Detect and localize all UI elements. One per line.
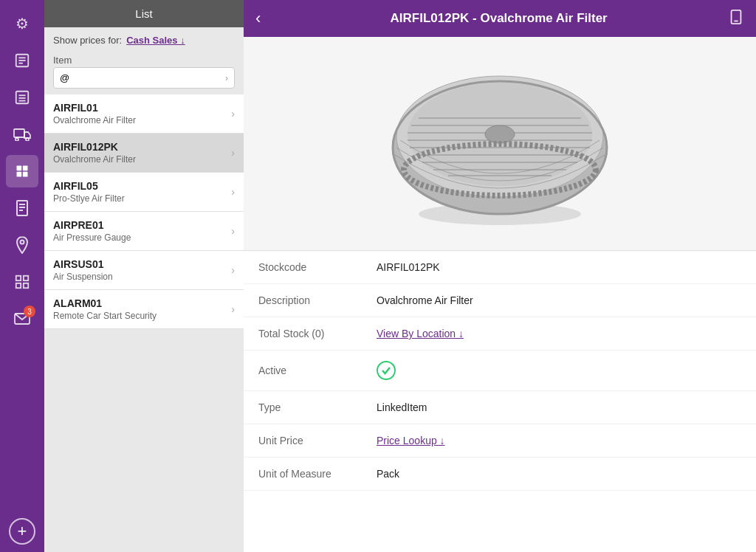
field-row: Active xyxy=(244,351,756,391)
list-item-code: AIRSUS01 xyxy=(53,258,231,270)
active-check-icon xyxy=(377,361,396,380)
list-item-name: Remote Car Start Security xyxy=(53,311,231,321)
truck-icon[interactable] xyxy=(6,118,38,151)
filter-input[interactable] xyxy=(54,68,219,88)
svg-rect-12 xyxy=(23,166,28,171)
field-value-link[interactable]: View By Location ↓ xyxy=(377,328,464,339)
field-value-link[interactable]: Price Lookup ↓ xyxy=(377,435,445,446)
svg-point-9 xyxy=(16,138,18,141)
show-prices-label: Show prices for: xyxy=(53,35,122,46)
svg-rect-13 xyxy=(17,172,22,177)
list-panel: List Show prices for: Cash Sales ↓ Item … xyxy=(44,0,244,552)
back-button[interactable]: ‹ xyxy=(255,9,261,28)
list-item-chevron-icon: › xyxy=(231,303,235,315)
checklist-icon[interactable] xyxy=(6,44,38,77)
list-item-info: AIRFIL01 Ovalchrome Air Filter xyxy=(53,102,231,125)
svg-rect-22 xyxy=(16,283,21,288)
svg-rect-8 xyxy=(14,129,24,137)
svg-point-19 xyxy=(21,241,24,244)
list-item[interactable]: AIRFIL05 Pro-Stlye Air Filter › xyxy=(44,173,244,212)
list-item[interactable]: AIRFIL01 Ovalchrome Air Filter › xyxy=(44,94,244,134)
list-filters: Show prices for: Cash Sales ↓ Item › xyxy=(44,27,244,94)
detail-panel: ‹ AIRFIL012PK - Ovalchrome Air Filter xyxy=(244,0,756,552)
list-item-chevron-icon: › xyxy=(231,147,235,159)
field-value: LinkedItem xyxy=(377,401,427,413)
location-icon[interactable] xyxy=(6,229,38,261)
show-prices-row: Show prices for: Cash Sales ↓ xyxy=(53,35,235,52)
svg-rect-21 xyxy=(24,276,28,280)
list-item-name: Ovalchrome Air Filter xyxy=(53,115,231,125)
svg-rect-14 xyxy=(23,172,28,177)
field-value: AIRFIL012PK xyxy=(377,261,440,273)
list-item-code: AIRFIL05 xyxy=(53,180,231,192)
detail-title: AIRFIL012PK - Ovalchrome Air Filter xyxy=(269,11,728,26)
mail-badge: 3 xyxy=(24,306,35,317)
inventory-icon[interactable] xyxy=(6,155,38,187)
device-icon[interactable] xyxy=(728,9,744,29)
filter-chevron-icon: › xyxy=(219,73,234,83)
list-item-chevron-icon: › xyxy=(231,108,235,120)
field-label: Unit of Measure xyxy=(258,468,377,480)
list-item-name: Pro-Stlye Air Filter xyxy=(53,193,231,204)
svg-rect-20 xyxy=(16,276,21,280)
report-icon[interactable] xyxy=(6,81,38,114)
list-item-chevron-icon: › xyxy=(231,186,235,198)
grid-chart-icon[interactable] xyxy=(6,266,38,298)
product-image-area xyxy=(244,37,756,251)
list-item-chevron-icon: › xyxy=(231,225,235,237)
list-item[interactable]: ALARM01 Remote Car Start Security › xyxy=(44,290,244,329)
add-button[interactable]: + xyxy=(9,518,35,545)
list-item-name: Air Suspension xyxy=(53,272,231,282)
svg-rect-11 xyxy=(17,166,22,171)
list-item-info: AIRSUS01 Air Suspension xyxy=(53,258,231,282)
field-label: Active xyxy=(258,365,377,376)
list-item-info: AIRFIL012PK Ovalchrome Air Filter xyxy=(53,141,231,165)
list-item-name: Ovalchrome Air Filter xyxy=(53,154,231,165)
field-label: Description xyxy=(258,294,377,306)
field-label: Stockcode xyxy=(258,261,377,273)
list-item[interactable]: AIRFIL012PK Ovalchrome Air Filter › xyxy=(44,134,244,173)
field-row: Stockcode AIRFIL012PK xyxy=(244,251,756,284)
filter-input-row: › xyxy=(53,67,235,89)
field-row: Description Ovalchrome Air Filter xyxy=(244,284,756,317)
settings-icon[interactable]: ⚙ xyxy=(6,7,38,40)
product-image xyxy=(382,52,618,236)
list-item-name: Air Pressure Gauge xyxy=(53,232,231,243)
list-item-code: AIRFIL012PK xyxy=(53,141,231,153)
field-row: Total Stock (0) View By Location ↓ xyxy=(244,317,756,351)
field-label: Unit Price xyxy=(258,435,377,446)
field-row: Unit of Measure Pack xyxy=(244,458,756,491)
detail-header: ‹ AIRFIL012PK - Ovalchrome Air Filter xyxy=(244,0,756,37)
svg-point-10 xyxy=(26,138,29,141)
list-item-info: ALARM01 Remote Car Start Security xyxy=(53,297,231,321)
field-value: Ovalchrome Air Filter xyxy=(377,294,473,306)
filter-label: Item xyxy=(53,52,235,67)
svg-point-40 xyxy=(485,125,515,143)
field-value: Pack xyxy=(377,468,399,480)
icon-sidebar: ⚙ 3 + xyxy=(0,0,44,552)
list-item-info: AIRFIL05 Pro-Stlye Air Filter xyxy=(53,180,231,204)
list-item-code: AIRPRE01 xyxy=(53,219,231,231)
list-item-info: AIRPRE01 Air Pressure Gauge xyxy=(53,219,231,243)
list-item[interactable]: AIRPRE01 Air Pressure Gauge › xyxy=(44,212,244,251)
detail-fields: Stockcode AIRFIL012PK Description Ovalch… xyxy=(244,251,756,552)
list-items: AIRFIL01 Ovalchrome Air Filter › AIRFIL0… xyxy=(44,94,244,552)
notebook-icon[interactable] xyxy=(6,192,38,224)
list-header: List xyxy=(44,0,244,27)
list-item-chevron-icon: › xyxy=(231,264,235,276)
list-item[interactable]: AIRSUS01 Air Suspension › xyxy=(44,251,244,290)
field-label: Type xyxy=(258,401,377,413)
show-prices-link[interactable]: Cash Sales ↓ xyxy=(126,35,185,46)
field-row: Type LinkedItem xyxy=(244,391,756,424)
list-item-code: AIRFIL01 xyxy=(53,102,231,114)
mail-icon[interactable]: 3 xyxy=(6,303,38,335)
field-row: Unit Price Price Lookup ↓ xyxy=(244,424,756,458)
svg-rect-23 xyxy=(24,283,28,288)
list-item-code: ALARM01 xyxy=(53,297,231,309)
field-label: Total Stock (0) xyxy=(258,328,377,339)
